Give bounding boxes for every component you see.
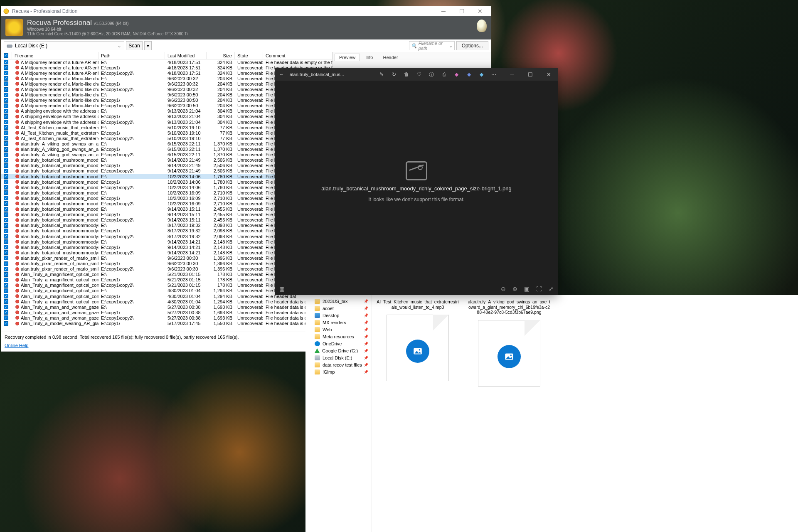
row-checkbox[interactable]: ✓ (4, 229, 8, 233)
row-checkbox[interactable]: ✓ (4, 81, 8, 86)
table-row[interactable]: ✓Alan_Truly_a_man_and_woman_gaze_with_wo… (1, 310, 332, 315)
delete-icon[interactable]: 🗑 (401, 68, 412, 81)
close-button[interactable]: ✕ (471, 6, 489, 16)
row-checkbox[interactable]: ✓ (4, 141, 8, 146)
row-checkbox[interactable]: ✓ (4, 256, 8, 260)
row-checkbox[interactable]: ✓ (4, 136, 8, 140)
row-checkbox[interactable]: ✓ (4, 234, 8, 239)
col-comment[interactable]: Comment (263, 52, 332, 59)
row-checkbox[interactable]: ✓ (4, 174, 8, 179)
col-path[interactable]: Path (99, 52, 165, 59)
row-checkbox[interactable]: ✓ (4, 245, 8, 249)
tab-info[interactable]: Info (361, 54, 377, 61)
edit-icon[interactable]: ✎ (376, 68, 387, 81)
app3-icon[interactable]: ◆ (475, 68, 487, 81)
row-checkbox[interactable]: ✓ (4, 207, 8, 212)
table-row[interactable]: ✓Alan_Truly_a_model_wearing_AR_glasses_o… (1, 321, 332, 326)
row-checkbox[interactable]: ✓ (4, 60, 8, 64)
row-checkbox[interactable]: ✓ (4, 315, 8, 320)
row-checkbox[interactable]: ✓ (4, 196, 8, 200)
row-checkbox[interactable]: ✓ (4, 153, 8, 157)
row-checkbox[interactable]: ✓ (4, 261, 8, 266)
print-icon[interactable]: ⎙ (438, 68, 450, 81)
maximize-button[interactable]: ☐ (521, 68, 539, 81)
row-checkbox[interactable]: ✓ (4, 212, 8, 217)
zoom-in-icon[interactable]: ⊕ (512, 286, 517, 292)
row-checkbox[interactable]: ✓ (4, 218, 8, 222)
explorer-main[interactable]: AI_Test_Kitchen_music_that_extraterrestr… (372, 295, 798, 532)
row-checkbox[interactable]: ✓ (4, 180, 8, 184)
minimize-button[interactable]: ─ (434, 6, 453, 16)
checkbox-all[interactable]: ✓ (4, 53, 8, 58)
row-checkbox[interactable]: ✓ (4, 114, 8, 119)
row-checkbox[interactable]: ✓ (4, 87, 8, 92)
nav-item[interactable]: Local Disk (E:)📌 (305, 354, 372, 361)
nav-item[interactable]: data recov test files📌 (305, 361, 372, 368)
row-checkbox[interactable]: ✓ (4, 120, 8, 124)
col-check[interactable]: ✓ (1, 52, 12, 59)
maximize-button[interactable]: ☐ (453, 6, 471, 16)
row-checkbox[interactable]: ✓ (4, 169, 8, 173)
more-icon[interactable]: ⋯ (488, 68, 500, 81)
row-checkbox[interactable]: ✓ (4, 98, 8, 103)
tab-header[interactable]: Header (378, 54, 402, 61)
minimize-button[interactable]: ─ (503, 68, 521, 81)
nav-item[interactable]: Desktop📌 (305, 312, 372, 319)
row-checkbox[interactable]: ✓ (4, 147, 8, 152)
scan-button[interactable]: Scan (126, 41, 143, 50)
fullscreen-icon[interactable]: ⤢ (549, 286, 554, 292)
row-checkbox[interactable]: ✓ (4, 299, 8, 304)
table-row[interactable]: ✓Alan_Truly_a_magnificent_optical_comput… (1, 299, 332, 304)
nav-item[interactable]: OneDrive📌 (305, 340, 372, 347)
actual-size-icon[interactable]: ⛶ (536, 286, 542, 292)
row-checkbox[interactable]: ✓ (4, 158, 8, 163)
row-checkbox[interactable]: ✓ (4, 305, 8, 309)
filmstrip-icon[interactable]: ▦ (279, 286, 285, 292)
nav-item[interactable]: 2023US_tax📌 (305, 298, 372, 305)
row-checkbox[interactable]: ✓ (4, 223, 8, 228)
file-thumbnail[interactable]: alan.truly_A_viking_god_swings_an_axe_to… (468, 299, 551, 532)
row-checkbox[interactable]: ✓ (4, 65, 8, 70)
fit-icon[interactable]: ▣ (524, 286, 530, 292)
nav-item[interactable]: MX renders📌 (305, 319, 372, 326)
row-checkbox[interactable]: ✓ (4, 125, 8, 130)
nav-item[interactable]: acoef📌 (305, 305, 372, 312)
row-checkbox[interactable]: ✓ (4, 250, 8, 255)
scan-dropdown[interactable]: ▾ (144, 41, 152, 50)
row-checkbox[interactable]: ✓ (4, 321, 8, 326)
row-checkbox[interactable]: ✓ (4, 103, 8, 108)
rotate-icon[interactable]: ↻ (388, 68, 400, 81)
row-checkbox[interactable]: ✓ (4, 272, 8, 277)
col-size[interactable]: Size (207, 52, 235, 59)
back-icon[interactable]: ← (279, 72, 290, 77)
app2-icon[interactable]: ◆ (463, 68, 475, 81)
row-checkbox[interactable]: ✓ (4, 310, 8, 315)
row-checkbox[interactable]: ✓ (4, 190, 8, 195)
close-button[interactable]: ✕ (539, 68, 558, 81)
nav-item[interactable]: Web📌 (305, 326, 372, 333)
lightbulb-icon[interactable] (477, 20, 487, 32)
nav-item[interactable]: Google Drive (G:)📌 (305, 347, 372, 354)
nav-item[interactable]: Meta resources📌 (305, 333, 372, 340)
table-row[interactable]: ✓Alan_Truly_a_man_and_woman_gaze_with_wo… (1, 304, 332, 310)
table-row[interactable]: ✓A Midjourney render of a future AR-enha… (1, 59, 332, 65)
recuva-titlebar[interactable]: Recuva - Professional Edition ─ ☐ ✕ (1, 6, 491, 16)
drive-select[interactable]: Local Disk (E:) ⌄ (4, 41, 124, 50)
row-checkbox[interactable]: ✓ (4, 201, 8, 206)
row-checkbox[interactable]: ✓ (4, 76, 8, 81)
explorer-nav[interactable]: 2023US_tax📌acoef📌Desktop📌MX renders📌Web📌… (305, 295, 372, 532)
row-checkbox[interactable]: ✓ (4, 283, 8, 288)
row-checkbox[interactable]: ✓ (4, 185, 8, 190)
favorite-icon[interactable]: ♡ (413, 68, 425, 81)
photos-titlebar[interactable]: ← alan.truly_botanical_mus... ✎ ↻ 🗑 ♡ ⓘ … (275, 68, 558, 81)
tab-preview[interactable]: Preview (335, 54, 360, 61)
table-row[interactable]: ✓Alan_Truly_a_man_and_woman_gaze_with_wo… (1, 315, 332, 320)
row-checkbox[interactable]: ✓ (4, 288, 8, 293)
row-checkbox[interactable]: ✓ (4, 109, 8, 113)
filter-input[interactable]: 🔍 Filename or path ⌄ (409, 41, 455, 50)
file-thumbnail[interactable]: AI_Test_Kitchen_music_that_extraterrestr… (376, 299, 459, 532)
row-checkbox[interactable]: ✓ (4, 71, 8, 75)
col-date[interactable]: Last Modified (165, 52, 207, 59)
nav-item[interactable]: !Gimp📌 (305, 368, 372, 375)
info-icon[interactable]: ⓘ (426, 68, 437, 81)
